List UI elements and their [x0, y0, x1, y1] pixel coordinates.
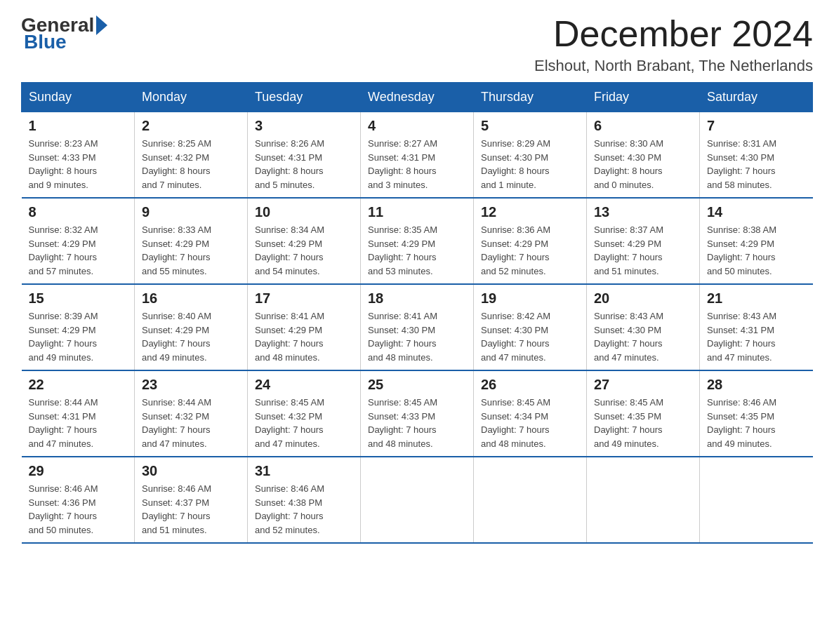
day-info: Sunrise: 8:23 AM Sunset: 4:33 PM Dayligh…: [29, 137, 128, 192]
day-info: Sunrise: 8:45 AM Sunset: 4:33 PM Dayligh…: [368, 396, 466, 450]
calendar-cell: 24Sunrise: 8:45 AM Sunset: 4:32 PM Dayli…: [248, 370, 361, 457]
calendar-week-row: 8Sunrise: 8:32 AM Sunset: 4:29 PM Daylig…: [22, 198, 813, 284]
calendar-cell: 6Sunrise: 8:30 AM Sunset: 4:30 PM Daylig…: [587, 112, 700, 199]
calendar-week-row: 1Sunrise: 8:23 AM Sunset: 4:33 PM Daylig…: [22, 112, 813, 199]
day-number: 6: [594, 118, 692, 134]
day-number: 10: [255, 204, 353, 220]
logo-blue: Blue: [24, 31, 67, 53]
day-info: Sunrise: 8:41 AM Sunset: 4:29 PM Dayligh…: [255, 309, 353, 364]
day-number: 18: [368, 290, 466, 307]
calendar-cell: [700, 457, 813, 543]
day-info: Sunrise: 8:32 AM Sunset: 4:29 PM Dayligh…: [29, 223, 128, 278]
day-info: Sunrise: 8:44 AM Sunset: 4:31 PM Dayligh…: [29, 396, 128, 450]
day-info: Sunrise: 8:45 AM Sunset: 4:32 PM Dayligh…: [255, 396, 353, 450]
day-number: 17: [255, 290, 353, 307]
calendar-cell: 30Sunrise: 8:46 AM Sunset: 4:37 PM Dayli…: [135, 457, 248, 543]
calendar-header-monday: Monday: [135, 83, 248, 112]
calendar-table: SundayMondayTuesdayWednesdayThursdayFrid…: [21, 82, 813, 544]
day-number: 22: [29, 377, 128, 393]
day-info: Sunrise: 8:35 AM Sunset: 4:29 PM Dayligh…: [368, 223, 466, 278]
calendar-cell: 19Sunrise: 8:42 AM Sunset: 4:30 PM Dayli…: [474, 284, 587, 370]
calendar-cell: [474, 457, 587, 543]
calendar-cell: 2Sunrise: 8:25 AM Sunset: 4:32 PM Daylig…: [135, 112, 248, 199]
calendar-cell: 7Sunrise: 8:31 AM Sunset: 4:30 PM Daylig…: [700, 112, 813, 199]
calendar-cell: 3Sunrise: 8:26 AM Sunset: 4:31 PM Daylig…: [248, 112, 361, 199]
day-info: Sunrise: 8:36 AM Sunset: 4:29 PM Dayligh…: [481, 223, 579, 278]
day-info: Sunrise: 8:29 AM Sunset: 4:30 PM Dayligh…: [481, 137, 579, 192]
day-number: 8: [29, 204, 128, 220]
calendar-week-row: 22Sunrise: 8:44 AM Sunset: 4:31 PM Dayli…: [22, 370, 813, 457]
day-number: 25: [368, 377, 466, 393]
day-info: Sunrise: 8:38 AM Sunset: 4:29 PM Dayligh…: [707, 223, 806, 278]
day-info: Sunrise: 8:46 AM Sunset: 4:37 PM Dayligh…: [142, 482, 240, 537]
calendar-cell: 8Sunrise: 8:32 AM Sunset: 4:29 PM Daylig…: [22, 198, 135, 284]
calendar-cell: 25Sunrise: 8:45 AM Sunset: 4:33 PM Dayli…: [361, 370, 474, 457]
calendar-cell: 10Sunrise: 8:34 AM Sunset: 4:29 PM Dayli…: [248, 198, 361, 284]
day-number: 14: [707, 204, 806, 220]
page-header: General Blue December 2024 Elshout, Nort…: [21, 14, 813, 75]
calendar-cell: 4Sunrise: 8:27 AM Sunset: 4:31 PM Daylig…: [361, 112, 474, 199]
location-title: Elshout, North Brabant, The Netherlands: [534, 57, 813, 75]
calendar-cell: 27Sunrise: 8:45 AM Sunset: 4:35 PM Dayli…: [587, 370, 700, 457]
day-number: 9: [142, 204, 240, 220]
day-number: 4: [368, 118, 466, 134]
day-number: 16: [142, 290, 240, 307]
day-number: 24: [255, 377, 353, 393]
day-info: Sunrise: 8:42 AM Sunset: 4:30 PM Dayligh…: [481, 309, 579, 364]
calendar-cell: 22Sunrise: 8:44 AM Sunset: 4:31 PM Dayli…: [22, 370, 135, 457]
calendar-week-row: 29Sunrise: 8:46 AM Sunset: 4:36 PM Dayli…: [22, 457, 813, 543]
calendar-cell: 12Sunrise: 8:36 AM Sunset: 4:29 PM Dayli…: [474, 198, 587, 284]
day-number: 26: [481, 377, 579, 393]
day-number: 7: [707, 118, 806, 134]
day-number: 31: [255, 463, 353, 479]
day-number: 19: [481, 290, 579, 307]
day-number: 12: [481, 204, 579, 220]
day-info: Sunrise: 8:45 AM Sunset: 4:34 PM Dayligh…: [481, 396, 579, 450]
day-number: 15: [29, 290, 128, 307]
day-number: 5: [481, 118, 579, 134]
calendar-week-row: 15Sunrise: 8:39 AM Sunset: 4:29 PM Dayli…: [22, 284, 813, 370]
day-info: Sunrise: 8:39 AM Sunset: 4:29 PM Dayligh…: [29, 309, 128, 364]
day-number: 13: [594, 204, 692, 220]
day-info: Sunrise: 8:25 AM Sunset: 4:32 PM Dayligh…: [142, 137, 240, 192]
day-info: Sunrise: 8:46 AM Sunset: 4:36 PM Dayligh…: [29, 482, 128, 537]
day-info: Sunrise: 8:43 AM Sunset: 4:31 PM Dayligh…: [707, 309, 806, 364]
title-section: December 2024 Elshout, North Brabant, Th…: [534, 14, 813, 75]
day-info: Sunrise: 8:33 AM Sunset: 4:29 PM Dayligh…: [142, 223, 240, 278]
day-info: Sunrise: 8:46 AM Sunset: 4:35 PM Dayligh…: [707, 396, 806, 450]
calendar-cell: 20Sunrise: 8:43 AM Sunset: 4:30 PM Dayli…: [587, 284, 700, 370]
day-number: 28: [707, 377, 806, 393]
calendar-cell: 29Sunrise: 8:46 AM Sunset: 4:36 PM Dayli…: [22, 457, 135, 543]
calendar-header-thursday: Thursday: [474, 83, 587, 112]
day-info: Sunrise: 8:41 AM Sunset: 4:30 PM Dayligh…: [368, 309, 466, 364]
day-info: Sunrise: 8:31 AM Sunset: 4:30 PM Dayligh…: [707, 137, 806, 192]
calendar-cell: 5Sunrise: 8:29 AM Sunset: 4:30 PM Daylig…: [474, 112, 587, 199]
calendar-cell: 11Sunrise: 8:35 AM Sunset: 4:29 PM Dayli…: [361, 198, 474, 284]
month-title: December 2024: [534, 14, 813, 54]
day-info: Sunrise: 8:30 AM Sunset: 4:30 PM Dayligh…: [594, 137, 692, 192]
calendar-cell: 14Sunrise: 8:38 AM Sunset: 4:29 PM Dayli…: [700, 198, 813, 284]
calendar-cell: 16Sunrise: 8:40 AM Sunset: 4:29 PM Dayli…: [135, 284, 248, 370]
day-info: Sunrise: 8:45 AM Sunset: 4:35 PM Dayligh…: [594, 396, 692, 450]
day-info: Sunrise: 8:34 AM Sunset: 4:29 PM Dayligh…: [255, 223, 353, 278]
day-info: Sunrise: 8:43 AM Sunset: 4:30 PM Dayligh…: [594, 309, 692, 364]
day-number: 21: [707, 290, 806, 307]
calendar-header-tuesday: Tuesday: [248, 83, 361, 112]
day-number: 30: [142, 463, 240, 479]
calendar-cell: 31Sunrise: 8:46 AM Sunset: 4:38 PM Dayli…: [248, 457, 361, 543]
logo-arrow-icon: [96, 15, 107, 35]
day-info: Sunrise: 8:26 AM Sunset: 4:31 PM Dayligh…: [255, 137, 353, 192]
calendar-header-sunday: Sunday: [22, 83, 135, 112]
day-number: 27: [594, 377, 692, 393]
day-info: Sunrise: 8:27 AM Sunset: 4:31 PM Dayligh…: [368, 137, 466, 192]
day-number: 3: [255, 118, 353, 134]
calendar-header-row: SundayMondayTuesdayWednesdayThursdayFrid…: [22, 83, 813, 112]
calendar-cell: [361, 457, 474, 543]
day-info: Sunrise: 8:46 AM Sunset: 4:38 PM Dayligh…: [255, 482, 353, 537]
calendar-cell: 17Sunrise: 8:41 AM Sunset: 4:29 PM Dayli…: [248, 284, 361, 370]
day-number: 29: [29, 463, 128, 479]
calendar-cell: 26Sunrise: 8:45 AM Sunset: 4:34 PM Dayli…: [474, 370, 587, 457]
day-info: Sunrise: 8:37 AM Sunset: 4:29 PM Dayligh…: [594, 223, 692, 278]
calendar-cell: 9Sunrise: 8:33 AM Sunset: 4:29 PM Daylig…: [135, 198, 248, 284]
calendar-cell: 13Sunrise: 8:37 AM Sunset: 4:29 PM Dayli…: [587, 198, 700, 284]
